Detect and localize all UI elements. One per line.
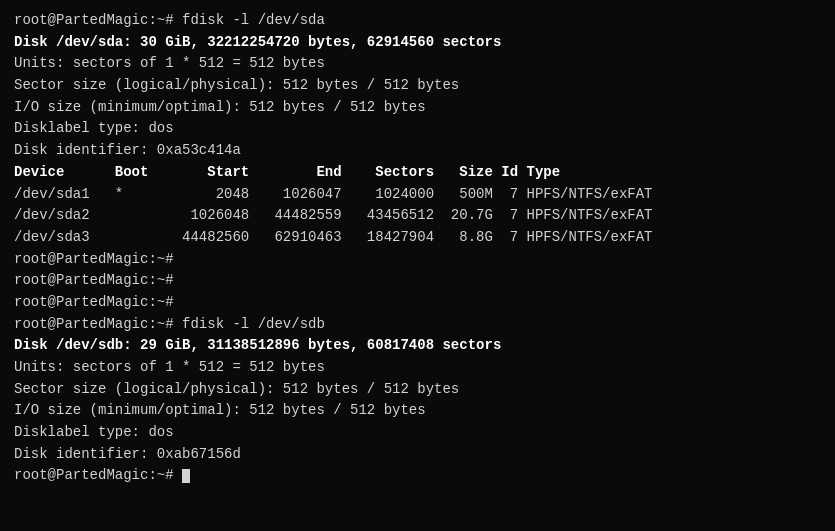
terminal-line-sda3_row: /dev/sda3 44482560 62910463 18427904 8.8… <box>14 227 821 249</box>
terminal-line-blank4: root@PartedMagic:~# <box>14 292 821 314</box>
terminal-line-sda_info3: Sector size (logical/physical): 512 byte… <box>14 75 821 97</box>
terminal-line-sdb_info6: Disk identifier: 0xab67156d <box>14 444 821 466</box>
terminal-line-cmd2: root@PartedMagic:~# fdisk -l /dev/sdb <box>14 314 821 336</box>
terminal-line-sdb_info3: Sector size (logical/physical): 512 byte… <box>14 379 821 401</box>
terminal-line-blank3: root@PartedMagic:~# <box>14 270 821 292</box>
terminal-line-cmd1: root@PartedMagic:~# fdisk -l /dev/sda <box>14 10 821 32</box>
terminal-line-sda_info2: Units: sectors of 1 * 512 = 512 bytes <box>14 53 821 75</box>
terminal-line-blank2: root@PartedMagic:~# <box>14 249 821 271</box>
terminal-line-sda2_row: /dev/sda2 1026048 44482559 43456512 20.7… <box>14 205 821 227</box>
terminal-line-table_header: Device Boot Start End Sectors Size Id Ty… <box>14 162 821 184</box>
terminal-line-prompt_final: root@PartedMagic:~# <box>14 465 821 487</box>
terminal-line-sdb_info4: I/O size (minimum/optimal): 512 bytes / … <box>14 400 821 422</box>
terminal-line-sda_info6: Disk identifier: 0xa53c414a <box>14 140 821 162</box>
terminal-line-sda_info5: Disklabel type: dos <box>14 118 821 140</box>
terminal-line-sdb_info1: Disk /dev/sdb: 29 GiB, 31138512896 bytes… <box>14 335 821 357</box>
terminal-line-sda1_row: /dev/sda1 * 2048 1026047 1024000 500M 7 … <box>14 184 821 206</box>
terminal-line-sda_info1: Disk /dev/sda: 30 GiB, 32212254720 bytes… <box>14 32 821 54</box>
terminal-window: root@PartedMagic:~# fdisk -l /dev/sdaDis… <box>0 0 835 531</box>
terminal-cursor <box>182 469 190 483</box>
terminal-line-sdb_info2: Units: sectors of 1 * 512 = 512 bytes <box>14 357 821 379</box>
terminal-line-sda_info4: I/O size (minimum/optimal): 512 bytes / … <box>14 97 821 119</box>
terminal-line-sdb_info5: Disklabel type: dos <box>14 422 821 444</box>
